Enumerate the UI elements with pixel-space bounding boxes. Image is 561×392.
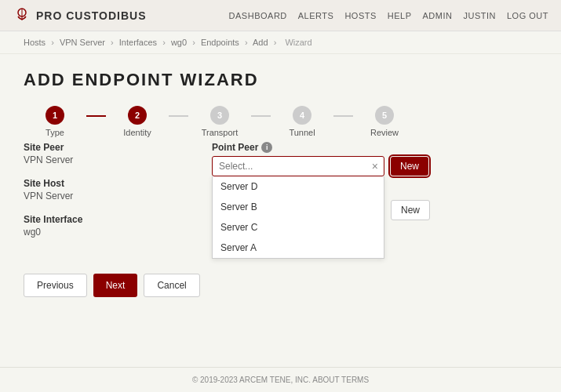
step-type: 1 Type xyxy=(24,106,86,137)
step-connector-4 xyxy=(333,115,353,117)
breadcrumb-interfaces[interactable]: Interfaces xyxy=(119,38,157,47)
site-interface-value: wg0 xyxy=(24,227,180,238)
breadcrumb-add[interactable]: Add xyxy=(253,38,268,47)
dropdown-item-server-a[interactable]: Server A xyxy=(213,238,384,258)
dropdown-item-server-b[interactable]: Server B xyxy=(213,197,384,217)
breadcrumb-wg0[interactable]: wg0 xyxy=(171,38,187,47)
breadcrumb: Hosts › VPN Server › Interfaces › wg0 › … xyxy=(0,31,561,54)
site-peer-value: VPN Server xyxy=(24,154,180,165)
nav-links: DASHBOARD ALERTS HOSTS HELP ADMIN JUSTIN… xyxy=(229,11,548,20)
step-tunnel: 4 Tunnel xyxy=(271,106,333,137)
point-peer-dropdown: Server D Server B Server C Server A xyxy=(212,176,384,259)
nav-user[interactable]: JUSTIN xyxy=(463,11,496,20)
step-label-review: Review xyxy=(370,128,399,137)
point-peer-field-group: Point Peer i Server D Server B Server C … xyxy=(212,142,537,176)
site-host-group: Site Host VPN Server xyxy=(24,178,180,201)
action-buttons: Previous Next Cancel xyxy=(24,274,537,297)
site-interface-group: Site Interface wg0 xyxy=(24,214,180,238)
left-panel: Site Peer VPN Server Site Host VPN Serve… xyxy=(24,142,180,250)
point-peer-select[interactable] xyxy=(212,156,384,176)
wizard-steps: 1 Type 2 Identity 3 Transport 4 Tunnel 5… xyxy=(24,106,416,137)
point-peer-input-row: Server D Server B Server C Server A New xyxy=(212,156,537,176)
step-label-type: Type xyxy=(46,128,64,137)
breadcrumb-hosts[interactable]: Hosts xyxy=(24,38,46,47)
site-peer-label: Site Peer xyxy=(24,142,180,153)
page-title: ADD ENDPOINT WIZARD xyxy=(24,70,537,90)
brand-logo: PRO CUSTODIBUS xyxy=(13,6,147,25)
breadcrumb-endpoints[interactable]: Endpoints xyxy=(201,38,239,47)
step-transport: 3 Transport xyxy=(188,106,251,137)
point-peer-info-icon[interactable]: i xyxy=(261,142,272,153)
point-peer-label: Point Peer xyxy=(212,142,258,153)
nav-hosts[interactable]: HOSTS xyxy=(344,11,376,20)
site-host-label: Site Host xyxy=(24,178,180,189)
point-peer-label-row: Point Peer i xyxy=(212,142,537,153)
step-circle-type: 1 xyxy=(46,106,64,125)
brand-name: PRO CUSTODIBUS xyxy=(36,9,147,22)
main-content: ADD ENDPOINT WIZARD 1 Type 2 Identity 3 … xyxy=(0,54,561,313)
point-peer-new-button[interactable]: New xyxy=(391,157,428,176)
logo-icon xyxy=(13,6,31,25)
site-peer-group: Site Peer VPN Server xyxy=(24,142,180,165)
breadcrumb-vpn-server[interactable]: VPN Server xyxy=(60,38,105,47)
point-interface-new-button[interactable]: New xyxy=(391,200,430,220)
step-connector-2 xyxy=(169,115,188,117)
site-interface-label: Site Interface xyxy=(24,214,180,225)
nav-logout[interactable]: LOG OUT xyxy=(507,11,548,20)
step-identity: 2 Identity xyxy=(106,106,169,137)
dropdown-item-server-c[interactable]: Server C xyxy=(213,217,384,238)
step-circle-tunnel: 4 xyxy=(293,106,311,125)
form-area: Site Peer VPN Server Site Host VPN Serve… xyxy=(24,142,537,250)
step-connector-3 xyxy=(251,115,271,117)
next-button[interactable]: Next xyxy=(93,274,138,297)
step-circle-identity: 2 xyxy=(128,106,147,125)
step-circle-review: 5 xyxy=(375,106,394,125)
step-label-transport: Transport xyxy=(202,128,239,137)
site-host-value: VPN Server xyxy=(24,191,180,201)
nav-alerts[interactable]: ALERTS xyxy=(298,11,334,20)
dropdown-item-server-d[interactable]: Server D xyxy=(213,176,384,197)
footer: © 2019-2023 ARCEM TENE, INC. ABOUT TERMS xyxy=(0,367,561,392)
nav-help[interactable]: HELP xyxy=(388,11,412,20)
step-label-tunnel: Tunnel xyxy=(289,128,315,137)
top-navigation: PRO CUSTODIBUS DASHBOARD ALERTS HOSTS HE… xyxy=(0,0,561,31)
nav-admin[interactable]: ADMIN xyxy=(423,11,453,20)
footer-text: © 2019-2023 ARCEM TENE, INC. ABOUT TERMS xyxy=(192,376,369,384)
point-peer-select-wrapper: Server D Server B Server C Server A xyxy=(212,156,384,176)
step-connector-1 xyxy=(86,115,106,117)
previous-button[interactable]: Previous xyxy=(24,274,87,297)
nav-dashboard[interactable]: DASHBOARD xyxy=(229,11,287,20)
breadcrumb-wizard: Wizard xyxy=(285,38,311,47)
step-review: 5 Review xyxy=(353,106,416,137)
right-panel: Point Peer i Server D Server B Server C … xyxy=(212,142,537,250)
cancel-button[interactable]: Cancel xyxy=(144,274,199,297)
step-label-identity: Identity xyxy=(123,128,151,137)
step-circle-transport: 3 xyxy=(210,106,229,125)
